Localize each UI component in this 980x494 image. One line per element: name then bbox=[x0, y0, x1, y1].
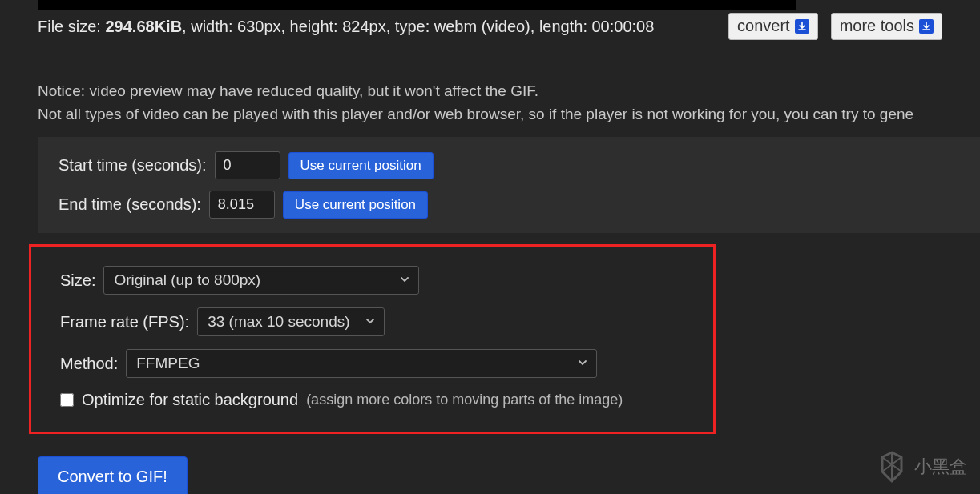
chevron-down-icon bbox=[399, 271, 410, 289]
watermark-icon bbox=[876, 451, 908, 483]
fps-selected: 33 (max 10 seconds) bbox=[208, 313, 349, 331]
optimize-hint: (assign more colors to moving parts of t… bbox=[306, 392, 623, 408]
notice-line-2: Not all types of video can be played wit… bbox=[38, 103, 942, 127]
watermark-text: 小黑盒 bbox=[914, 455, 967, 479]
file-size-prefix: File size: bbox=[38, 18, 105, 35]
download-icon bbox=[795, 19, 809, 34]
size-selected: Original (up to 800px) bbox=[114, 271, 260, 289]
method-selected: FFMPEG bbox=[136, 355, 200, 372]
file-info-row: File size: 294.68KiB, width: 630px, heig… bbox=[38, 13, 942, 40]
convert-to-gif-button[interactable]: Convert to GIF! bbox=[38, 456, 188, 494]
optimize-checkbox[interactable] bbox=[60, 393, 74, 407]
chevron-down-icon bbox=[365, 313, 376, 331]
fps-label: Frame rate (FPS): bbox=[60, 313, 189, 331]
download-icon bbox=[919, 19, 934, 34]
more-tools-dropdown[interactable]: more tools bbox=[831, 13, 942, 40]
use-current-start-button[interactable]: Use current position bbox=[288, 152, 434, 179]
watermark: 小黑盒 bbox=[876, 451, 967, 483]
more-tools-label: more tools bbox=[840, 17, 914, 35]
convert-label: convert bbox=[737, 17, 790, 35]
file-info-rest: , width: 630px, height: 824px, type: web… bbox=[182, 18, 654, 35]
start-time-input[interactable] bbox=[215, 151, 280, 179]
size-label: Size: bbox=[60, 271, 95, 290]
notice-line-1: Notice: video preview may have reduced q… bbox=[38, 80, 942, 103]
chevron-down-icon bbox=[577, 355, 588, 372]
time-panel: Start time (seconds): Use current positi… bbox=[38, 137, 980, 233]
convert-dropdown[interactable]: convert bbox=[728, 13, 818, 40]
notice-text: Notice: video preview may have reduced q… bbox=[38, 80, 942, 126]
options-highlight-box: Size: Original (up to 800px) Frame rate … bbox=[29, 244, 716, 434]
file-size-value: 294.68KiB bbox=[105, 18, 182, 35]
video-preview-bar bbox=[38, 0, 796, 10]
fps-select[interactable]: 33 (max 10 seconds) bbox=[197, 307, 385, 336]
optimize-label: Optimize for static background bbox=[82, 391, 298, 409]
method-label: Method: bbox=[60, 355, 118, 373]
size-select[interactable]: Original (up to 800px) bbox=[103, 266, 419, 295]
start-time-label: Start time (seconds): bbox=[58, 156, 207, 175]
use-current-end-button[interactable]: Use current position bbox=[283, 191, 428, 219]
method-select[interactable]: FFMPEG bbox=[126, 349, 597, 378]
file-info-text: File size: 294.68KiB, width: 630px, heig… bbox=[38, 18, 654, 36]
end-time-input[interactable] bbox=[209, 191, 275, 219]
end-time-label: End time (seconds): bbox=[58, 195, 201, 214]
